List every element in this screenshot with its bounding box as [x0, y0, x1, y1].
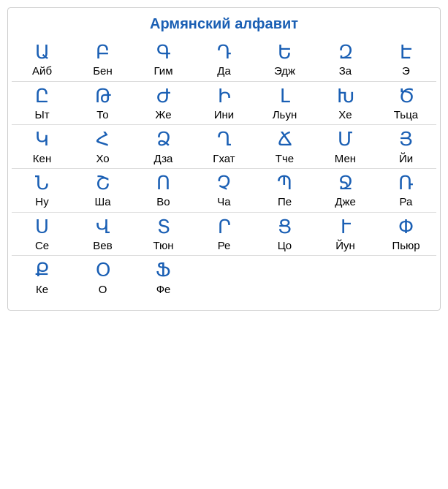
letter-name-1-6: Тьца [376, 107, 436, 122]
alphabet-cell-3-5: ՋДже [315, 172, 376, 209]
letter-name-3-0: Ну [12, 194, 72, 209]
letter-name-1-3: Ини [194, 107, 254, 122]
letter-name-0-4: Эдж [254, 64, 315, 78]
alphabet-cell-0-6: ԷЭ [376, 41, 436, 78]
armenian-char-2-2: Ձ [133, 128, 194, 151]
alphabet-cell-2-0: ԿКен [12, 128, 72, 165]
alphabet-cell-3-0: ՆНу [12, 172, 72, 209]
letter-name-1-2: Же [133, 107, 194, 122]
alphabet-cell-0-2: ԳГим [133, 41, 194, 78]
alphabet-row-1: ԸЫтԹТоԺЖеԻИниԼЛьунԽХеԾТьца [12, 85, 436, 122]
letter-name-2-6: Йи [376, 151, 436, 166]
letter-name-0-6: Э [376, 64, 436, 78]
letter-name-2-2: Дза [133, 151, 194, 166]
letter-name-0-2: Гим [133, 64, 194, 78]
alphabet-cell-2-2: ՁДза [133, 128, 194, 165]
alphabet-row-3: ՆНуՇШаՈВоՉЧаՊПеՋДжеՌРа [12, 172, 436, 209]
row-divider-1 [12, 124, 436, 125]
letter-name-4-1: Вев [72, 238, 133, 253]
armenian-char-4-0: Ս [12, 216, 72, 238]
armenian-char-1-4: Լ [254, 85, 315, 107]
letter-name-3-3: Ча [194, 194, 254, 209]
armenian-char-0-6: Է [376, 41, 436, 64]
letter-name-4-0: Се [12, 238, 72, 253]
letter-name-1-5: Хе [315, 107, 376, 122]
alphabet-row-4: ՍСеՎВевՏТюнՐРеՑЦоՒЙунՓПьюр [12, 216, 436, 253]
letter-name-4-3: Ре [194, 238, 254, 253]
armenian-char-0-2: Գ [133, 41, 194, 64]
row-divider-2 [12, 168, 436, 169]
letter-name-2-1: Хо [72, 151, 133, 166]
alphabet-cell-5-3 [194, 259, 254, 296]
alphabet-cell-1-6: ԾТьца [376, 85, 436, 122]
alphabet-grid: ԱАйбԲБенԳГимԴДаԵЭджԶЗаԷЭԸЫтԹТоԺЖеԻИниԼЛь… [12, 41, 436, 296]
letter-name-1-1: То [72, 107, 133, 122]
row-divider-0 [12, 81, 436, 82]
letter-name-3-4: Пе [254, 194, 315, 209]
alphabet-cell-1-2: ԺЖе [133, 85, 194, 122]
alphabet-row-0: ԱАйбԲБенԳГимԴДаԵЭджԶЗаԷЭ [12, 41, 436, 78]
armenian-char-3-3: Չ [194, 172, 254, 194]
armenian-char-2-3: Ղ [194, 128, 254, 151]
armenian-char-1-0: Ը [12, 85, 72, 107]
alphabet-cell-1-0: ԸЫт [12, 85, 72, 122]
armenian-char-3-2: Ո [133, 172, 194, 194]
armenian-char-0-5: Զ [315, 41, 376, 64]
alphabet-cell-1-5: ԽХе [315, 85, 376, 122]
letter-name-1-4: Льун [254, 107, 315, 122]
alphabet-cell-0-5: ԶЗа [315, 41, 376, 78]
letter-name-0-0: Айб [12, 64, 72, 78]
letter-name-2-3: Гхат [194, 151, 254, 166]
armenian-char-2-6: Յ [376, 128, 436, 151]
armenian-char-0-4: Ե [254, 41, 315, 64]
alphabet-cell-3-2: ՈВо [133, 172, 194, 209]
armenian-char-2-1: Հ [72, 128, 133, 151]
letter-name-3-5: Дже [315, 194, 376, 209]
alphabet-cell-5-6 [376, 259, 436, 296]
alphabet-cell-5-1: ՕО [72, 259, 133, 296]
letter-name-4-5: Йун [315, 238, 376, 253]
armenian-char-5-1: Օ [72, 259, 133, 281]
alphabet-cell-3-6: ՌРа [376, 172, 436, 209]
armenian-char-0-1: Բ [72, 41, 133, 64]
page-title: Армянский алфавит [12, 15, 436, 32]
armenian-char-3-0: Ն [12, 172, 72, 194]
letter-name-0-3: Да [194, 64, 254, 78]
letter-name-5-2: Фе [133, 282, 194, 297]
alphabet-cell-5-2: ՖФе [133, 259, 194, 296]
alphabet-cell-2-6: ՅЙи [376, 128, 436, 165]
row-divider-3 [12, 212, 436, 213]
armenian-char-4-3: Ր [194, 216, 254, 238]
armenian-char-4-6: Փ [376, 216, 436, 238]
letter-name-2-4: Тче [254, 151, 315, 166]
armenian-char-0-0: Ա [12, 41, 72, 64]
armenian-char-3-5: Ջ [315, 172, 376, 194]
letter-name-2-0: Кен [12, 151, 72, 166]
armenian-char-1-1: Թ [72, 85, 133, 107]
letter-name-2-5: Мен [315, 151, 376, 166]
letter-name-0-1: Бен [72, 64, 133, 78]
alphabet-cell-2-5: ՄМен [315, 128, 376, 165]
alphabet-cell-2-4: ՃТче [254, 128, 315, 165]
alphabet-cell-1-4: ԼЛьун [254, 85, 315, 122]
armenian-char-1-3: Ի [194, 85, 254, 107]
alphabet-cell-0-4: ԵЭдж [254, 41, 315, 78]
armenian-char-4-5: Ւ [315, 216, 376, 238]
armenian-char-1-6: Ծ [376, 85, 436, 107]
alphabet-cell-4-2: ՏТюн [133, 216, 194, 253]
armenian-char-5-0: Ք [12, 259, 72, 281]
armenian-char-4-4: Ց [254, 216, 315, 238]
armenian-char-1-2: Ժ [133, 85, 194, 107]
alphabet-cell-2-1: ՀХо [72, 128, 133, 165]
alphabet-cell-4-5: ՒЙун [315, 216, 376, 253]
armenian-char-3-4: Պ [254, 172, 315, 194]
alphabet-cell-5-4 [254, 259, 315, 296]
letter-name-3-2: Во [133, 194, 194, 209]
letter-name-3-1: Ша [72, 194, 133, 209]
armenian-char-1-5: Խ [315, 85, 376, 107]
alphabet-cell-0-0: ԱАйб [12, 41, 72, 78]
letter-name-1-0: Ыт [12, 107, 72, 122]
alphabet-cell-3-1: ՇШа [72, 172, 133, 209]
alphabet-row-2: ԿКенՀХоՁДзаՂГхатՃТчеՄМенՅЙи [12, 128, 436, 165]
armenian-char-2-0: Կ [12, 128, 72, 151]
